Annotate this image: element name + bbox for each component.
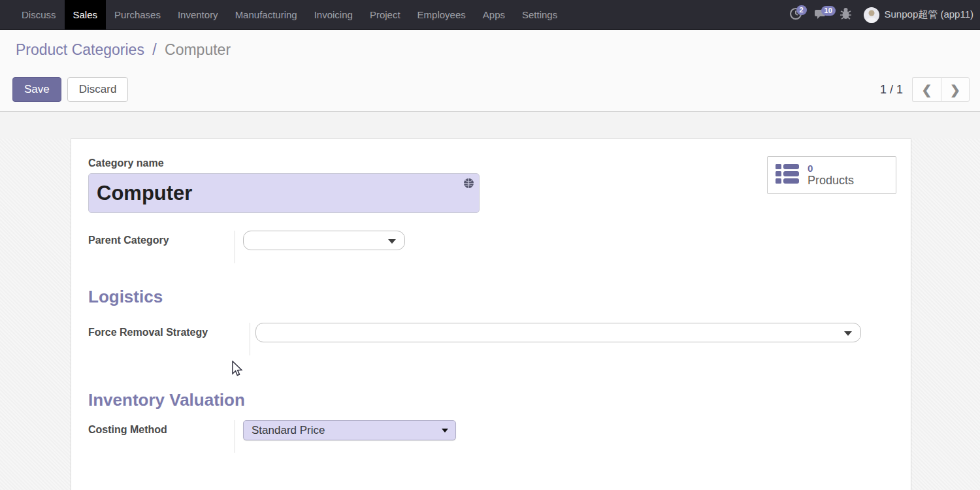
avatar	[864, 7, 879, 23]
inventory-valuation-section-title: Inventory Valuation	[88, 390, 896, 410]
nav-item-purchases[interactable]: Purchases	[106, 0, 169, 29]
debug-button[interactable]	[840, 7, 852, 22]
nav-item-apps[interactable]: Apps	[474, 0, 514, 29]
parent-category-dropdown[interactable]	[243, 231, 405, 250]
force-removal-dropdown[interactable]	[255, 323, 861, 342]
products-stat-button[interactable]: 0 Products	[767, 156, 896, 194]
breadcrumb-current: Computer	[165, 41, 231, 58]
nav-item-manufacturing[interactable]: Manufacturing	[227, 0, 306, 29]
bug-icon	[840, 7, 852, 22]
field-separator	[250, 323, 250, 355]
field-separator	[235, 231, 235, 263]
costing-method-label: Costing Method	[88, 420, 235, 436]
products-label: Products	[808, 174, 854, 188]
form-sheet: 0 Products Category name Parent Category	[71, 139, 911, 490]
chevron-right-icon: ❯	[950, 82, 960, 97]
activity-count-badge: 2	[796, 5, 807, 15]
nav-item-invoicing[interactable]: Invoicing	[306, 0, 361, 29]
breadcrumb-parent-link[interactable]: Product Categories	[16, 41, 144, 58]
dropdown-arrow-icon	[844, 331, 852, 336]
costing-method-row: Costing Method Standard Price	[88, 420, 896, 453]
nav-item-inventory[interactable]: Inventory	[169, 0, 227, 29]
control-panel-buttons: Save Discard 1 / 1 ❮ ❯	[12, 77, 970, 102]
force-removal-label: Force Removal Strategy	[88, 323, 250, 338]
list-icon	[776, 163, 799, 187]
category-name-input[interactable]	[88, 173, 480, 213]
discard-button[interactable]: Discard	[67, 77, 129, 102]
dropdown-arrow-icon	[442, 429, 448, 433]
dropdown-arrow-icon	[388, 239, 396, 244]
pager-count: 1 / 1	[880, 83, 903, 97]
globe-icon[interactable]	[463, 178, 474, 191]
messages-button[interactable]: 10	[814, 8, 828, 22]
products-count: 0	[808, 163, 813, 174]
chevron-left-icon: ❮	[922, 82, 932, 97]
parent-category-row: Parent Category	[88, 231, 896, 263]
pager: 1 / 1 ❮ ❯	[880, 77, 970, 102]
nav-item-project[interactable]: Project	[361, 0, 409, 29]
field-separator	[235, 420, 235, 453]
user-name: Sunpop超管 (app11)	[885, 8, 973, 21]
nav-item-employees[interactable]: Employees	[409, 0, 474, 29]
content-area: 0 Products Category name Parent Category	[0, 139, 980, 490]
control-panel: Product Categories / Computer Save Disca…	[0, 30, 980, 112]
breadcrumb: Product Categories / Computer	[0, 30, 980, 59]
nav-item-sales[interactable]: Sales	[65, 0, 106, 29]
nav-item-settings[interactable]: Settings	[514, 0, 566, 29]
user-menu[interactable]: Sunpop超管 (app11)	[864, 7, 973, 23]
breadcrumb-separator: /	[152, 41, 156, 58]
parent-category-label: Parent Category	[88, 231, 235, 246]
pager-next-button[interactable]: ❯	[941, 77, 970, 102]
force-removal-row: Force Removal Strategy	[88, 323, 896, 355]
activities-button[interactable]: 2	[789, 7, 802, 22]
message-count-badge: 10	[821, 6, 836, 16]
costing-method-value: Standard Price	[252, 424, 325, 437]
nav-item-discuss[interactable]: Discuss	[13, 0, 65, 29]
systray: 2 10 Sunpop超管 (app11)	[789, 0, 980, 29]
logistics-section-title: Logistics	[88, 287, 896, 307]
top-navbar: Discuss Sales Purchases Inventory Manufa…	[0, 0, 980, 30]
app-menu: Discuss Sales Purchases Inventory Manufa…	[0, 0, 566, 29]
pager-previous-button[interactable]: ❮	[912, 77, 941, 102]
costing-method-select[interactable]: Standard Price	[243, 420, 456, 440]
save-button[interactable]: Save	[12, 77, 61, 102]
